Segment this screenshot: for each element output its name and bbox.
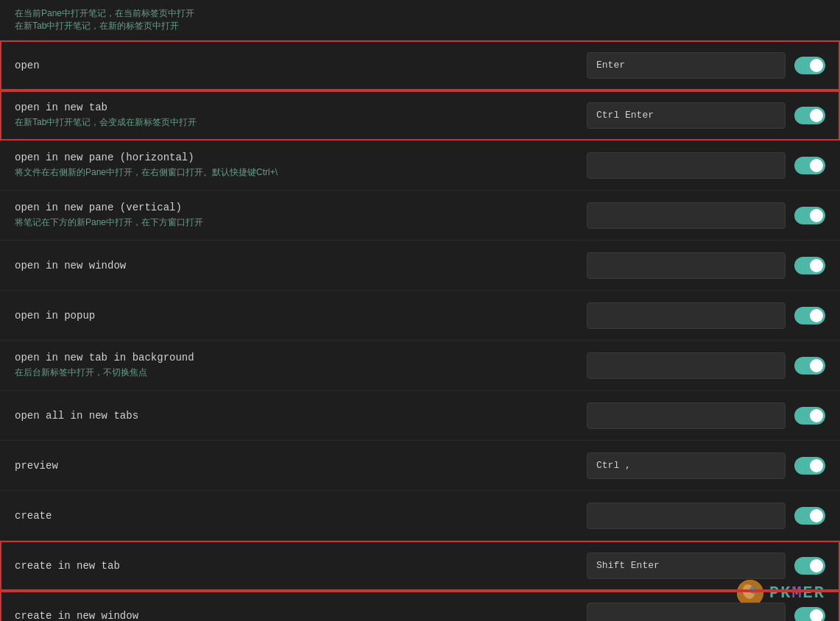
open-new-pane-h-keybinding[interactable] xyxy=(587,152,786,179)
create-new-tab-controls: Shift Enter xyxy=(587,553,825,579)
setting-row-create-new-window: create in new window xyxy=(0,591,840,621)
create-new-window-label: create in new window xyxy=(15,610,587,622)
preview-label-area: preview xyxy=(15,453,587,479)
open-keybinding[interactable]: Enter xyxy=(587,52,786,79)
preview-toggle[interactable] xyxy=(794,457,825,475)
open-popup-label: open in popup xyxy=(15,310,587,322)
open-new-tab-controls: Ctrl Enter xyxy=(587,102,825,129)
setting-row-open-new-pane-v: open in new pane (vertical) 将笔记在下方的新Pane… xyxy=(0,191,840,241)
open-new-pane-h-controls xyxy=(587,152,825,179)
open-popup-label-area: open in popup xyxy=(15,302,587,329)
setting-row-open-popup: open in popup xyxy=(0,291,840,341)
open-new-tab-bg-controls xyxy=(587,352,825,379)
open-popup-toggle[interactable] xyxy=(794,307,825,324)
open-new-tab-keybinding[interactable]: Ctrl Enter xyxy=(587,102,786,129)
open-new-pane-v-label-area: open in new pane (vertical) 将笔记在下方的新Pane… xyxy=(15,194,587,236)
open-new-pane-h-label: open in new pane (horizontal) xyxy=(15,152,587,163)
create-new-tab-keybinding[interactable]: Shift Enter xyxy=(587,553,786,579)
open-new-tab-label-area: open in new tab 在新Tab中打开笔记，会变成在新标签页中打开 xyxy=(15,94,587,136)
open-all-new-tabs-controls xyxy=(587,402,825,429)
partial-label-area: 在当前Pane中打开笔记，在当前标签页中打开 在新Tab中打开笔记，在新的标签页… xyxy=(15,0,825,40)
open-new-tab-bg-label: open in new tab in background xyxy=(15,352,587,363)
open-new-window-keybinding[interactable] xyxy=(587,252,786,279)
open-new-window-controls xyxy=(587,252,825,279)
open-new-pane-v-toggle[interactable] xyxy=(794,207,825,224)
partial-top-row: 在当前Pane中打开笔记，在当前标签页中打开 在新Tab中打开笔记，在新的标签页… xyxy=(0,0,840,40)
open-new-pane-v-controls xyxy=(587,202,825,229)
open-new-tab-toggle[interactable] xyxy=(794,107,825,124)
setting-row-create-new-tab: create in new tab Shift Enter xyxy=(0,541,840,591)
setting-row-create: create xyxy=(0,491,840,541)
open-all-new-tabs-toggle[interactable] xyxy=(794,407,825,425)
preview-label: preview xyxy=(15,460,587,472)
open-popup-keybinding[interactable] xyxy=(587,302,786,329)
setting-row-open-new-pane-h: open in new pane (horizontal) 将文件在右侧新的Pa… xyxy=(0,141,840,191)
settings-container: 在当前Pane中打开笔记，在当前标签页中打开 在新Tab中打开笔记，在新的标签页… xyxy=(0,0,840,621)
create-keybinding[interactable] xyxy=(587,503,786,529)
create-label: create xyxy=(15,510,587,522)
open-label-area: open xyxy=(15,52,587,79)
open-new-pane-h-desc: 将文件在右侧新的Pane中打开，在右侧窗口打开。默认快捷键Ctrl+\ xyxy=(15,166,587,179)
open-new-tab-label: open in new tab xyxy=(15,102,587,113)
setting-row-open-new-window: open in new window xyxy=(0,241,840,291)
open-label: open xyxy=(15,60,587,71)
open-new-pane-v-desc: 将笔记在下方的新Pane中打开，在下方窗口打开 xyxy=(15,216,587,229)
preview-controls: Ctrl , xyxy=(587,453,825,479)
open-new-window-toggle[interactable] xyxy=(794,257,825,274)
open-new-tab-bg-toggle[interactable] xyxy=(794,357,825,375)
create-label-area: create xyxy=(15,503,587,529)
create-controls xyxy=(587,503,825,529)
open-new-window-label: open in new window xyxy=(15,260,587,272)
open-new-tab-bg-keybinding[interactable] xyxy=(587,352,786,379)
create-new-window-keybinding[interactable] xyxy=(587,603,786,622)
open-controls: Enter xyxy=(587,52,825,79)
open-new-tab-bg-desc: 在后台新标签中打开，不切换焦点 xyxy=(15,366,587,379)
open-all-new-tabs-label-area: open all in new tabs xyxy=(15,402,587,429)
create-new-tab-label: create in new tab xyxy=(15,560,587,572)
create-new-tab-label-area: create in new tab xyxy=(15,553,587,579)
create-new-window-toggle[interactable] xyxy=(794,607,825,622)
open-new-pane-v-label: open in new pane (vertical) xyxy=(15,202,587,213)
open-new-tab-desc: 在新Tab中打开笔记，会变成在新标签页中打开 xyxy=(15,116,587,129)
open-new-tab-bg-label-area: open in new tab in background 在后台新标签中打开，… xyxy=(15,344,587,386)
open-all-new-tabs-keybinding[interactable] xyxy=(587,402,786,429)
partial-chinese-text2: 在新Tab中打开笔记，在新的标签页中打开 xyxy=(15,20,825,32)
setting-row-preview: preview Ctrl , xyxy=(0,441,840,491)
create-new-tab-toggle[interactable] xyxy=(794,557,825,575)
open-toggle[interactable] xyxy=(794,57,825,74)
setting-row-open: open Enter xyxy=(0,40,840,91)
partial-chinese-text: 在当前Pane中打开笔记，在当前标签页中打开 xyxy=(15,7,825,20)
setting-row-open-new-tab: open in new tab 在新Tab中打开笔记，会变成在新标签页中打开 C… xyxy=(0,91,840,141)
open-new-pane-h-label-area: open in new pane (horizontal) 将文件在右侧新的Pa… xyxy=(15,144,587,186)
open-new-pane-v-keybinding[interactable] xyxy=(587,202,786,229)
setting-row-open-all-new-tabs: open all in new tabs xyxy=(0,391,840,441)
open-popup-controls xyxy=(587,302,825,329)
create-toggle[interactable] xyxy=(794,507,825,525)
open-new-pane-h-toggle[interactable] xyxy=(794,157,825,174)
setting-row-open-new-tab-bg: open in new tab in background 在后台新标签中打开，… xyxy=(0,341,840,391)
open-new-window-label-area: open in new window xyxy=(15,252,587,279)
create-new-window-label-area: create in new window xyxy=(15,603,587,622)
create-new-window-controls xyxy=(587,603,825,622)
open-all-new-tabs-label: open all in new tabs xyxy=(15,410,587,422)
preview-keybinding[interactable]: Ctrl , xyxy=(587,453,786,479)
